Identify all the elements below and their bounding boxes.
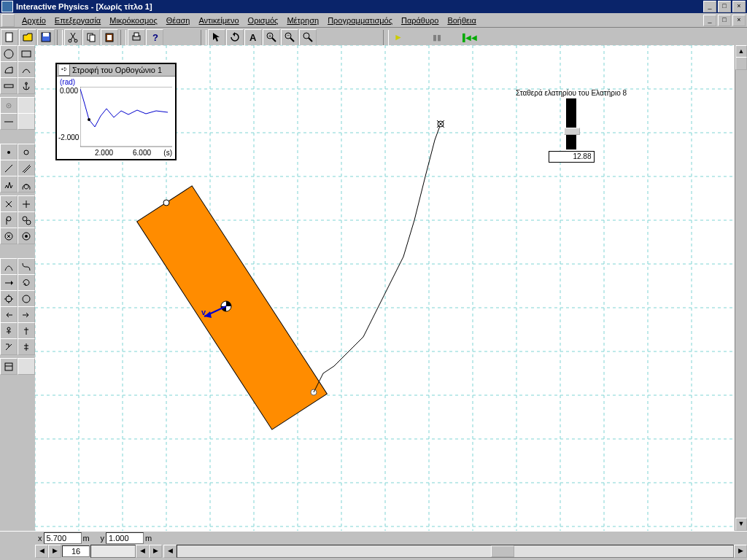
open-button[interactable] [19,29,36,46]
person-tool[interactable] [0,322,18,339]
rod-tool[interactable] [0,160,18,176]
menu-view[interactable]: Θέαση [162,15,195,26]
svg-point-41 [23,295,30,303]
pin-tool[interactable] [0,97,18,114]
rectangle-tool[interactable] [18,45,35,62]
slider-track[interactable] [566,98,576,149]
run-button[interactable]: ► [390,30,406,45]
vscroll-thumb[interactable] [735,57,747,70]
line-shape-tool[interactable] [0,77,18,94]
y-unit: m [145,534,160,542]
pulley-tool[interactable] [0,211,18,228]
slot-tool[interactable] [0,113,18,130]
damper-tool[interactable] [0,258,18,275]
menu-world[interactable]: Μικρόκοσμος [105,15,162,26]
text-tool[interactable]: A [244,29,262,46]
spiral-tool[interactable] [18,176,35,192]
anchor-point-top[interactable] [163,200,169,206]
doc-close-button[interactable]: × [732,15,746,26]
menu-edit[interactable]: Επεξεργασία [50,15,105,26]
constraint-tool-1[interactable] [0,195,18,212]
x-value: 5.700 [44,532,82,544]
arrow-right-tool[interactable] [18,306,35,323]
slider-value[interactable]: 12.88 [549,151,595,163]
reset-button[interactable]: ▐◀◀ [460,30,476,45]
spring-element[interactable] [314,124,441,392]
empty-slot-1 [18,97,35,114]
force-tool[interactable] [0,274,18,291]
horizontal-scroll-bar: ◀ ▶ 16 ◀ ▶ ◀ ▶ [0,545,747,558]
frame-fwd-button[interactable]: ▶ [149,545,162,558]
zoom-area-tool[interactable] [299,29,317,46]
toolbar: ? A + − ► ▮▮ ▐◀◀ [0,28,747,47]
zoom-in-tool[interactable]: + [263,29,280,46]
svg-text:A: A [249,32,257,43]
doc-maximize-button[interactable]: □ [718,15,731,26]
anchor-tool[interactable] [18,77,35,94]
home-icon[interactable] [1,14,15,27]
spring-anchor-top[interactable] [437,120,444,128]
minimize-button[interactable]: _ [703,1,716,12]
actuator-tool[interactable] [18,228,35,244]
plot-collapse-icon[interactable]: ➪ [58,64,70,76]
menu-define[interactable]: Ορισμός [244,15,283,26]
svg-point-3 [69,39,71,42]
svg-point-32 [7,217,11,221]
frame-number[interactable]: 16 [62,545,90,557]
maximize-button[interactable]: □ [718,1,731,12]
zoom-out-tool[interactable]: − [281,29,298,46]
pause-button[interactable]: ▮▮ [429,30,445,45]
rod-pair-tool[interactable] [18,160,35,176]
spring-tool[interactable] [0,176,18,192]
joint-tool-2[interactable] [18,144,35,160]
gear-settings-tool[interactable] [18,290,35,307]
joint-tool-1[interactable] [0,144,18,160]
menu-measure[interactable]: Μέτρηση [282,15,323,26]
print-button[interactable] [128,29,145,46]
frame-back-button[interactable]: ◀ [136,545,149,558]
menu-file[interactable]: Αρχείο [18,15,50,26]
hscroll-right-button[interactable]: ▶ [734,545,747,558]
new-button[interactable] [1,29,18,46]
save-button[interactable] [37,29,55,46]
close-button[interactable]: × [732,1,746,12]
frame-prev-button[interactable]: ▶ [48,545,61,558]
simulation-canvas[interactable]: v ➪ Στροφή του Ορθογώνιο 1 (rad) 0.000 -… [35,45,735,531]
pin-joint-tool[interactable] [18,322,35,339]
copy-button[interactable] [82,29,100,46]
scroll-down-button[interactable]: ▼ [735,518,747,531]
menu-script[interactable]: Προγραμματισμός [323,15,397,26]
hscroll-left-button[interactable]: ◀ [163,545,177,558]
hscroll-thumb[interactable] [491,545,514,557]
circle-tool[interactable] [0,45,18,62]
menu-help[interactable]: Βοήθεια [443,15,480,26]
vertical-scrollbar[interactable]: ▲ ▼ [735,45,747,531]
constraint-tool-2[interactable] [18,195,35,212]
rotation-plot-panel[interactable]: ➪ Στροφή του Ορθογώνιο 1 (rad) 0.000 -2.… [55,63,177,160]
arrow-left-tool[interactable] [0,306,18,323]
cut-button[interactable] [64,29,82,46]
properties-tool[interactable] [0,358,18,375]
motor-tool[interactable] [0,228,18,244]
help-button[interactable]: ? [146,29,163,46]
menu-window[interactable]: Παράθυρο [397,15,443,26]
rotate-tool[interactable] [226,29,244,46]
menu-object[interactable]: Αντικείμενο [194,15,243,26]
spring-constant-slider[interactable]: Σταθερά ελατηρίου του Ελατήριο 8 12.88 [487,89,655,163]
frame-track[interactable] [90,545,136,558]
polygon-tool[interactable] [0,61,18,78]
pointer-tool[interactable] [208,29,225,46]
slider-thumb[interactable] [564,128,580,135]
plot-y-unit: (rad) [60,78,75,86]
doc-minimize-button[interactable]: _ [703,15,716,26]
gear-tool[interactable] [18,211,35,228]
rope-tool[interactable] [18,258,35,275]
curve-tool[interactable] [18,61,35,78]
misc-tool-2[interactable] [18,338,35,355]
hscroll-track[interactable] [177,545,734,558]
settings-tool[interactable] [0,290,18,307]
torque-tool[interactable] [18,274,35,291]
frame-first-button[interactable]: ◀ [35,545,48,558]
paste-button[interactable] [101,29,118,46]
misc-tool-1[interactable] [0,338,18,355]
